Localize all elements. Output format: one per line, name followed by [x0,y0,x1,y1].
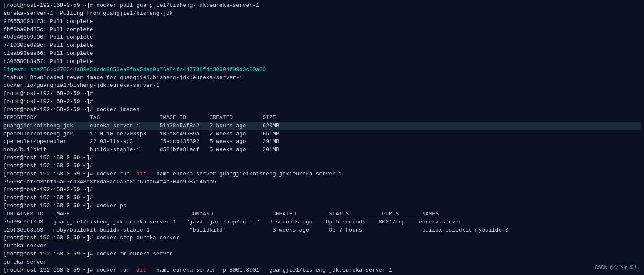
line-container-id-1: 75698c9df0d3bbfd6a67cb348d8f8da8ac0a5a81… [3,178,641,186]
line-3: 9f65530931f3: Pull complete [3,18,641,26]
line-images-header: REPOSITORY TAG IMAGE ID CREATED SIZE [3,114,641,122]
line-blank1: [root@host-192-168-0-59 ~]# [3,90,641,98]
watermark: CSDN @会飞的雀儿 [595,264,639,272]
line-stop-result: eureka-server [3,242,641,250]
line-5: 408b46609e06: Pull complete [3,34,641,42]
line-ps-row-1b: c25f36e63b63 moby/buildkit:buildx-stable… [3,226,641,235]
line-dockerio: docker.io/guangjie1/bisheng-jdk:eureka-s… [3,82,641,90]
line-6: 7410303e099c: Pull complete [3,42,641,50]
line-image-1: guangjie1/bisheng-jdk eureka-server-1 51… [3,122,641,130]
line-docker-stop: [root@host-192-168-0-59 ~]# docker stop … [3,234,641,242]
line-image-3: openeuler/openeuler 22.03-lts-sp3 f5edcb… [3,138,641,146]
line-ps-header-1: CONTAINER ID IMAGE COMMAND CREATED STATU… [3,210,641,218]
line-image-4: moby/buildkit buildx-stable-1 d524bfa81e… [3,146,641,154]
line-rm-result: eureka-server [3,258,641,266]
line-2: eureka-server-1: Pulling from guangjie1/… [3,10,641,18]
line-docker-ps-1: [root@host-192-168-0-59 ~]# docker ps [3,202,641,210]
terminal-window: [root@host-192-168-0-59 ~]# docker pull … [0,0,644,275]
line-blank6: [root@host-192-168-0-59 ~]# [3,194,641,202]
line-blank4: [root@host-192-168-0-59 ~]# [3,162,641,170]
line-blank3: [root@host-192-168-0-59 ~]# [3,154,641,162]
line-ps-row-1a: 75698c9df0d3 guangjie1/bisheng-jdk:eurek… [3,218,641,226]
line-blank2: [root@host-192-168-0-59 ~]# [3,98,641,106]
line-8: b306580b3a5f: Pull complete [3,58,641,66]
line-docker-run-2: [root@host-192-168-0-59 ~]# docker run -… [3,266,641,275]
line-image-2: openeuler/bisheng-jdk 17.0.10-oe2203sp3 … [3,130,641,138]
line-status: Status: Downloaded newer image for guang… [3,74,641,82]
line-4: fbf9ba9bd85c: Pull complete [3,26,641,34]
line-docker-run-1: [root@host-192-168-0-59 ~]# docker run -… [3,170,641,178]
line-docker-rm: [root@host-192-168-0-59 ~]# docker rm eu… [3,250,641,258]
line-blank5: [root@host-192-168-0-59 ~]# [3,186,641,194]
line-7: c1aab93eae66: Pull complete [3,50,641,58]
line-1: [root@host-192-168-0-59 ~]# docker pull … [3,2,641,10]
line-docker-images-cmd: [root@host-192-168-0-59 ~]# docker image… [3,106,641,114]
line-digest: Digest: sha256:c970344a89e39cdc9853ea9fb… [3,66,641,74]
